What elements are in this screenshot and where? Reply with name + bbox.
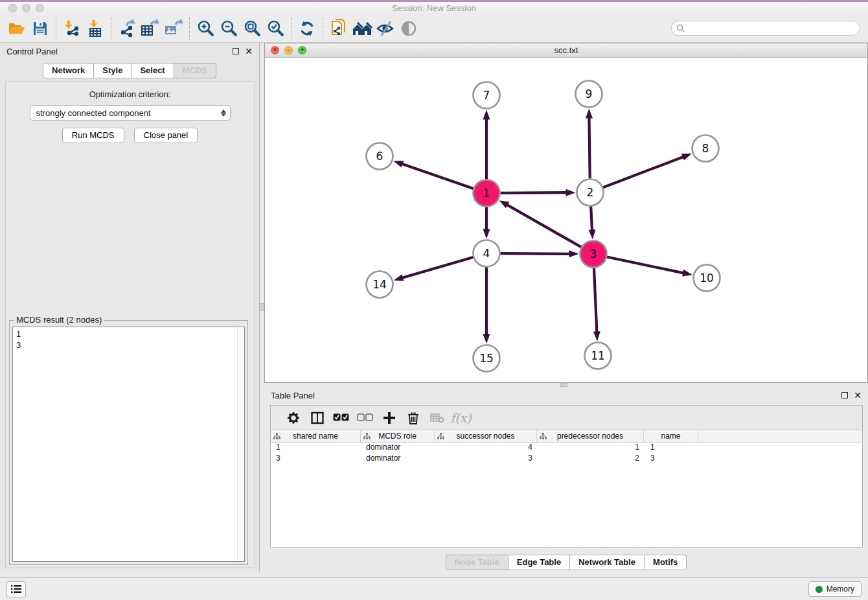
show-all-icon[interactable] (397, 17, 420, 40)
cell-mcds-role[interactable]: dominator (361, 443, 435, 454)
edge-arrowhead (499, 200, 510, 208)
edge-arrowhead (682, 270, 692, 277)
cell-name[interactable]: 3 (644, 454, 698, 465)
result-scrollbar[interactable] (237, 327, 244, 561)
tab-edge-table[interactable]: Edge Table (508, 555, 570, 570)
cell-shared-name[interactable]: 1 (271, 443, 361, 454)
memory-label: Memory (827, 584, 854, 594)
graph-edge-3-10[interactable] (607, 257, 684, 273)
graph-edge-2-9[interactable] (589, 117, 589, 178)
graph-edge-1-2[interactable] (500, 192, 567, 193)
zoom-selected-icon[interactable] (264, 17, 287, 40)
column-header-name[interactable]: name (644, 430, 698, 442)
task-history-button[interactable] (6, 581, 26, 597)
tab-select[interactable]: Select (131, 63, 174, 78)
tab-style[interactable]: Style (94, 63, 131, 78)
column-header-shared-name[interactable]: shared name (271, 430, 361, 442)
edge-arrowhead (593, 331, 600, 341)
close-panel-button[interactable]: Close panel (134, 128, 198, 143)
node-label: 9 (586, 87, 593, 100)
save-session-icon[interactable] (29, 17, 52, 40)
close-table-panel-icon[interactable]: ✕ (854, 392, 862, 398)
zoom-out-icon[interactable] (217, 17, 240, 40)
tab-mcds[interactable]: MCDS (174, 63, 216, 78)
deselect-all-checkboxes-icon[interactable] (353, 408, 377, 428)
graph-edge-1-6[interactable] (402, 164, 474, 189)
add-column-icon[interactable] (377, 408, 401, 428)
select-all-checkboxes-icon[interactable] (329, 408, 353, 428)
run-mcds-button[interactable]: Run MCDS (62, 128, 124, 143)
import-network-icon[interactable] (60, 17, 84, 40)
graph-edge-4-14[interactable] (402, 257, 473, 278)
memory-button[interactable]: Memory (808, 581, 862, 597)
search-field[interactable] (671, 21, 860, 36)
first-neighbors-icon[interactable] (350, 17, 374, 40)
column-header-filler (698, 430, 862, 442)
column-header-predecessor-nodes[interactable]: predecessor nodes (537, 430, 644, 442)
mcds-result-title: MCDS result (2 nodes) (14, 315, 104, 325)
hide-selected-icon[interactable] (374, 17, 397, 40)
app-titlebar: Session: New Session (0, 2, 868, 14)
node-label: 6 (376, 150, 383, 163)
zoom-fit-icon[interactable] (240, 17, 264, 40)
node-label: 15 (479, 352, 494, 365)
node-label: 11 (591, 349, 605, 362)
network-window-titlebar[interactable]: ✕ − + scc.txt (265, 43, 867, 58)
mcds-result-item: 3 (13, 340, 244, 351)
splitter-handle[interactable] (260, 303, 264, 311)
toolbar-separator (111, 17, 111, 40)
graph-edge-2-3[interactable] (591, 206, 592, 231)
zoom-in-icon[interactable] (194, 17, 217, 40)
node-label: 10 (700, 271, 714, 284)
column-view-icon[interactable] (305, 408, 329, 428)
delete-column-icon[interactable] (401, 408, 425, 428)
graph-edge-4-3[interactable] (500, 253, 570, 254)
cell-name[interactable]: 1 (644, 443, 698, 454)
node-label: 1 (483, 187, 490, 200)
float-panel-icon[interactable] (233, 48, 239, 54)
network-graph[interactable]: 7968124314101511 (265, 58, 867, 382)
table-row[interactable]: 1 dominator 4 1 1 (271, 443, 862, 454)
table-row[interactable]: 3 dominator 3 2 3 (271, 454, 862, 465)
tab-node-table[interactable]: Node Table (446, 555, 508, 570)
graph-edge-3-11[interactable] (594, 268, 597, 332)
vertical-splitter[interactable] (260, 43, 264, 571)
open-session-icon[interactable] (5, 17, 29, 40)
table-tabs: Node Table Edge Table Network Table Moti… (264, 555, 868, 570)
edge-arrowhead (393, 161, 404, 167)
tab-network[interactable]: Network (43, 63, 94, 78)
graph-edge-3-1[interactable] (507, 205, 581, 248)
delete-table-icon (425, 408, 449, 428)
node-label: 2 (587, 186, 594, 199)
tab-motifs[interactable]: Motifs (645, 555, 687, 570)
tab-network-table[interactable]: Network Table (570, 555, 645, 570)
column-header-mcds-role[interactable]: MCDS role (361, 430, 435, 442)
mcds-result-list[interactable]: 1 3 (12, 327, 245, 562)
cell-shared-name[interactable]: 3 (271, 454, 361, 465)
search-input[interactable] (687, 24, 860, 33)
export-network-icon[interactable] (115, 17, 139, 40)
export-table-icon[interactable] (139, 17, 162, 40)
edge-arrowhead (589, 229, 596, 239)
column-header-successor-nodes[interactable]: successor nodes (435, 430, 537, 442)
cell-successor-nodes[interactable]: 3 (435, 454, 537, 465)
clone-network-icon[interactable] (327, 17, 350, 40)
import-table-icon[interactable] (84, 17, 107, 40)
export-image-icon[interactable] (162, 17, 185, 40)
node-table-container: f(x) shared name MCDS role successor nod… (270, 405, 863, 548)
float-table-panel-icon[interactable] (841, 392, 848, 398)
cell-successor-nodes[interactable]: 4 (435, 443, 537, 454)
cell-predecessor-nodes[interactable]: 1 (537, 443, 644, 454)
function-builder-icon: f(x) (449, 408, 473, 428)
settings-gear-icon[interactable] (281, 408, 305, 428)
graph-edge-2-8[interactable] (603, 157, 684, 188)
refresh-layout-icon[interactable] (295, 17, 319, 40)
network-canvas[interactable]: 7968124314101511 (265, 58, 867, 382)
cell-mcds-role[interactable]: dominator (361, 454, 435, 465)
node-label: 14 (372, 278, 387, 291)
edge-arrowhead (394, 274, 404, 281)
optimization-criterion-value: strongly connected component (36, 108, 151, 118)
optimization-criterion-select[interactable]: strongly connected component (30, 105, 231, 121)
close-panel-icon[interactable]: ✕ (245, 48, 253, 54)
cell-predecessor-nodes[interactable]: 2 (537, 454, 644, 465)
